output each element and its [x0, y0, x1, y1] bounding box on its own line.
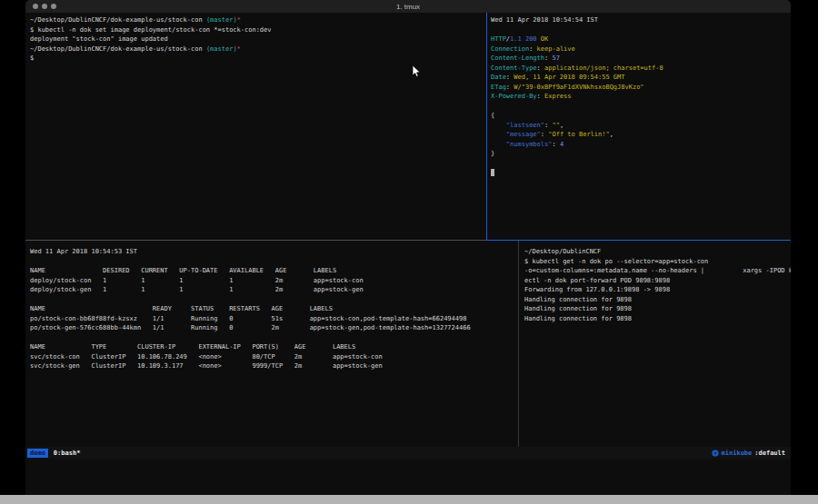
terminal-line: deploy/stock-gen 1 1 1 1 2m app=stock-ge… [30, 285, 514, 295]
zoom-button[interactable] [51, 4, 56, 9]
pane-top-right-http-response[interactable]: Wed 11 Apr 2018 10:54:54 IST HTTP/1.1 20… [487, 13, 791, 240]
terminal-line: Content-Type: application/json; charset=… [491, 64, 787, 74]
terminal-line: Handling connection for 9898 [524, 295, 785, 305]
terminal-line: Forwarding from 127.0.0.1:9898 -> 9898 [524, 285, 785, 295]
terminal-line: $ kubectl get -n dok po --selector=app=s… [524, 257, 785, 267]
traffic-lights [33, 4, 56, 9]
terminal-line: Connection: keep-alive [491, 44, 787, 54]
terminal-line: po/stock-gen-576cc688bb-44kmn 1/1 Runnin… [30, 323, 514, 333]
terminal-line: svc/stock-gen ClusterIP 10.109.3.177 <no… [30, 361, 514, 371]
pane-divider-horizontal-right[interactable] [486, 240, 791, 241]
session-name-badge[interactable]: demo [27, 449, 48, 458]
minimize-button[interactable] [42, 4, 47, 9]
mouse-cursor-icon [412, 65, 421, 77]
terminal-line [491, 102, 787, 112]
terminal-line: "message": "Off to Berlin!", [491, 130, 787, 140]
pane-bottom-right-port-forward[interactable]: ~/Desktop/DublinCNCF$ kubectl get -n dok… [519, 241, 791, 447]
terminal-line: Handling connection for 9898 [524, 314, 785, 324]
terminal-line: Content-Length: 57 [491, 54, 787, 64]
terminal-line: -o=custom-columns=:metadata.name --no-he… [524, 266, 785, 276]
terminal-line [491, 159, 787, 169]
terminal-line [30, 257, 514, 267]
pane-top-left-shell[interactable]: ~/Desktop/DublinCNCF/dok-example-us/stoc… [25, 13, 486, 240]
kubernetes-wheel-icon [712, 450, 719, 457]
terminal-line: ~/Desktop/DublinCNCF/dok-example-us/stoc… [30, 15, 482, 25]
terminal-line: } [491, 149, 787, 159]
window-titlebar[interactable]: 1. tmux [25, 0, 791, 13]
window-title: 1. tmux [396, 3, 420, 11]
terminal-line: $ [30, 54, 482, 64]
close-button[interactable] [33, 4, 38, 9]
kube-context-label: minikube [722, 450, 753, 457]
terminal-window: 1. tmux ~/Desktop/DublinCNCF/dok-example… [25, 0, 791, 495]
pane-bottom-left-kubectl-watch[interactable]: Wed 11 Apr 2018 10:54:53 IST NAME DESIRE… [25, 241, 518, 447]
terminal-line: "numsymbols": 4 [491, 140, 787, 150]
desktop-bottom-strip [0, 495, 818, 504]
kube-namespace-label: :default [754, 450, 785, 457]
terminal-line: X-Powered-By: Express [491, 92, 787, 102]
terminal-line: Date: Wed, 11 Apr 2018 09:54:55 GMT [491, 73, 787, 83]
terminal-line [30, 295, 514, 305]
terminal-line [491, 25, 787, 35]
terminal-line: Wed 11 Apr 2018 10:54:54 IST [491, 15, 787, 25]
terminal-line: $ kubectl -n dok set image deployment/st… [30, 25, 482, 35]
terminal-line: "lastseen": "", [491, 121, 787, 131]
terminal-line: ~/Desktop/DublinCNCF [524, 247, 785, 257]
pane-divider-vertical-top[interactable] [486, 13, 487, 240]
terminal-line: ectl -n dok port-forward POD 9898:9898 [524, 276, 785, 286]
terminal-line: NAME READY STATUS RESTARTS AGE LABELS [30, 304, 514, 314]
terminal-line: svc/stock-con ClusterIP 10.106.78.249 <n… [30, 352, 514, 362]
tmux-status-bar: demo 0:bash* minikube:default [25, 447, 791, 459]
terminal-line: HTTP/1.1 200 OK [491, 35, 787, 44]
pane-divider-horizontal-left[interactable] [25, 240, 486, 241]
terminal-line: NAME DESIRED CURRENT UP-TO-DATE AVAILABL… [30, 266, 514, 276]
terminal-line: po/stock-con-bb68f88fd-kzsxz 1/1 Running… [30, 314, 514, 324]
terminal-line: Handling connection for 9898 [524, 304, 785, 314]
window-list-item[interactable]: 0:bash* [54, 450, 81, 457]
status-right: minikube:default [712, 450, 785, 457]
tmux-session: ~/Desktop/DublinCNCF/dok-example-us/stoc… [25, 13, 791, 495]
terminal-line: ETag: W/"39-0xBPf9aF1dXVNkhsxoBQgJ8vKzo" [491, 83, 787, 93]
pane-divider-vertical-bottom[interactable] [518, 241, 519, 447]
terminal-line: deployment "stock-con" image updated [30, 35, 482, 44]
terminal-line: NAME TYPE CLUSTER-IP EXTERNAL-IP PORT(S)… [30, 342, 514, 352]
terminal-line: ~/Desktop/DublinCNCF/dok-example-us/stoc… [30, 44, 482, 54]
terminal-line: deploy/stock-con 1 1 1 1 2m app=stock-co… [30, 276, 514, 286]
terminal-line [30, 333, 514, 343]
terminal-line: { [491, 111, 787, 121]
terminal-line [491, 168, 787, 178]
terminal-line: Wed 11 Apr 2018 10:54:53 IST [30, 247, 514, 257]
